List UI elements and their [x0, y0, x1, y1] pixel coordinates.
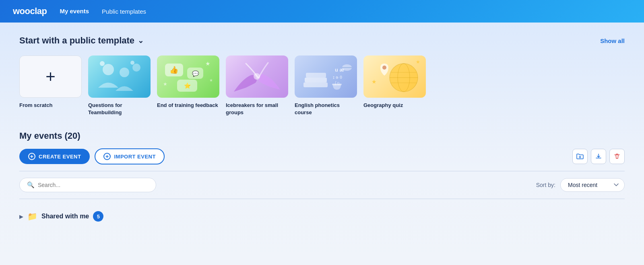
- main-nav: My events: [60, 8, 89, 15]
- template-label-training: End of training feedback: [157, 102, 218, 109]
- svg-rect-15: [305, 78, 327, 82]
- template-label-teambuilding: Questions for Teambuilding: [88, 102, 151, 116]
- template-thumb-phonetics: u æ ɪ ə θ ʃ ŋ: [295, 55, 357, 98]
- template-thumb-scratch: +: [19, 55, 82, 98]
- geography-illustration: ★ ★: [363, 55, 426, 98]
- divider-1: [19, 171, 625, 171]
- svg-rect-17: [303, 82, 328, 87]
- svg-point-3: [100, 61, 105, 66]
- sort-select[interactable]: Most recent Alphabetical Oldest first: [560, 178, 625, 192]
- import-event-label: IMPORT EVENT: [114, 154, 156, 160]
- phonetics-illustration: u æ ɪ ə θ ʃ ŋ: [295, 55, 357, 98]
- svg-rect-16: [306, 73, 326, 78]
- template-thumb-training: 👍 💬 ⭐ ★ ★ ★: [157, 55, 219, 98]
- create-event-label: CREATE EVENT: [39, 154, 81, 160]
- create-plus-icon: +: [28, 153, 35, 160]
- shared-with-me-label: Shared with me: [41, 213, 89, 220]
- my-events-title: My events (20): [19, 131, 625, 141]
- template-card-phonetics[interactable]: u æ ɪ ə θ ʃ ŋ English phonetics course: [295, 55, 357, 116]
- svg-text:★: ★: [205, 60, 211, 67]
- show-all-link[interactable]: Show all: [600, 37, 625, 44]
- svg-point-1: [120, 68, 129, 77]
- expand-arrow-icon: ▶: [19, 214, 23, 220]
- icebreakers-illustration: [226, 55, 288, 98]
- svg-text:👍: 👍: [169, 66, 179, 74]
- sort-label: Sort by:: [536, 182, 555, 188]
- svg-text:★: ★: [372, 78, 377, 85]
- trash-icon: [614, 153, 620, 160]
- template-label-phonetics: English phonetics course: [295, 102, 357, 116]
- template-card-icebreakers[interactable]: Icebreakers for small groups: [226, 55, 288, 116]
- teambuilding-illustration: [88, 55, 151, 98]
- search-input[interactable]: [38, 182, 149, 188]
- folder-plus-icon: [576, 153, 584, 160]
- training-illustration: 👍 💬 ⭐ ★ ★ ★: [157, 55, 219, 98]
- plus-icon: +: [45, 68, 56, 85]
- template-card-training[interactable]: 👍 💬 ⭐ ★ ★ ★ End of training feedback: [157, 55, 219, 116]
- import-icon-button[interactable]: [591, 149, 606, 164]
- templates-row: + From scratch Questions for Teamb: [19, 55, 625, 116]
- svg-text:⭐: ⭐: [184, 82, 191, 89]
- create-event-button[interactable]: + CREATE EVENT: [19, 149, 90, 164]
- shared-badge: 5: [93, 211, 103, 222]
- folder-icon: 📁: [27, 212, 37, 221]
- template-thumb-icebreakers: [226, 55, 288, 98]
- svg-point-14: [254, 73, 260, 80]
- template-section-title[interactable]: Start with a public template ⌄: [19, 35, 144, 46]
- divider-2: [19, 199, 625, 199]
- events-actions-row: + CREATE EVENT + IMPORT EVENT: [19, 148, 625, 164]
- svg-text:💬: 💬: [192, 70, 199, 77]
- template-label-geography: Geography quiz: [363, 102, 403, 109]
- template-card-geography[interactable]: ★ ★ Geography quiz: [363, 55, 426, 116]
- svg-text:★: ★: [209, 78, 213, 82]
- svg-point-2: [132, 64, 140, 72]
- template-label-scratch: From scratch: [19, 102, 52, 109]
- shared-with-me-row[interactable]: ▶ 📁 Shared with me 5: [19, 205, 625, 227]
- template-label-icebreakers: Icebreakers for small groups: [226, 102, 288, 116]
- events-actions-right: [572, 149, 625, 164]
- template-thumb-teambuilding: [88, 55, 151, 98]
- template-card-scratch[interactable]: + From scratch: [19, 55, 82, 116]
- svg-rect-21: [332, 84, 342, 85]
- logo: wooclap: [13, 6, 47, 16]
- delete-button[interactable]: [609, 149, 625, 164]
- header: wooclap My events Public templates: [0, 0, 644, 23]
- nav-public-templates[interactable]: Public templates: [102, 8, 146, 15]
- import-event-button[interactable]: + IMPORT EVENT: [95, 148, 165, 164]
- events-actions-left: + CREATE EVENT + IMPORT EVENT: [19, 148, 165, 164]
- nav-my-events[interactable]: My events: [60, 8, 89, 14]
- template-thumb-geography: ★ ★: [363, 55, 426, 98]
- download-icon: [595, 153, 602, 160]
- template-title-text: Start with a public template: [19, 35, 134, 46]
- svg-text:ɪ ə θ: ɪ ə θ: [333, 75, 342, 80]
- svg-point-4: [130, 61, 134, 65]
- template-section-header: Start with a public template ⌄ Show all: [19, 35, 625, 46]
- search-sort-row: 🔍 Sort by: Most recent Alphabetical Olde…: [19, 178, 625, 192]
- svg-point-29: [382, 66, 386, 70]
- new-folder-button[interactable]: [572, 149, 588, 164]
- svg-point-0: [103, 64, 114, 75]
- svg-text:★: ★: [416, 59, 420, 65]
- search-icon: 🔍: [27, 181, 35, 189]
- template-card-teambuilding[interactable]: Questions for Teambuilding: [88, 55, 151, 116]
- search-box: 🔍: [19, 178, 156, 192]
- import-plus-icon: +: [103, 153, 111, 160]
- svg-text:★: ★: [163, 81, 167, 87]
- chevron-down-icon: ⌄: [138, 36, 144, 45]
- main-content: Start with a public template ⌄ Show all …: [0, 23, 644, 265]
- sort-row: Sort by: Most recent Alphabetical Oldest…: [536, 178, 625, 192]
